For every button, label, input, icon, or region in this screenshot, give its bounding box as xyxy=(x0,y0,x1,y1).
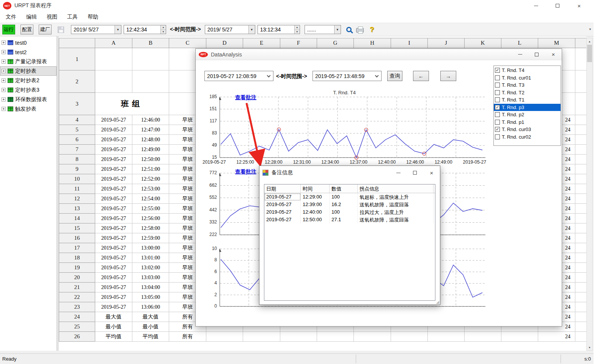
tree-item-定时抄表3[interactable]: +定时抄表3 xyxy=(0,85,57,95)
start-date-picker[interactable]: 2019/ 5/27 ▼ xyxy=(71,25,121,34)
sheet-cell[interactable] xyxy=(575,93,587,115)
row-header-16[interactable]: 16 xyxy=(59,233,95,243)
notes-title-bar[interactable]: 备注信息 × xyxy=(259,166,440,180)
expand-icon[interactable]: + xyxy=(2,97,6,102)
sheet-cell[interactable]: 12:46:00 xyxy=(132,115,169,125)
column-header-H[interactable]: H xyxy=(354,38,391,48)
end-date-picker[interactable]: 2019/ 5/27 ▼ xyxy=(205,25,255,34)
sheet-cell[interactable]: 13:01:00 xyxy=(132,253,169,263)
column-header-A[interactable]: A xyxy=(95,38,132,48)
note-cell[interactable]: 2019-05-27 xyxy=(264,216,301,223)
column-header-I[interactable]: I xyxy=(391,38,428,48)
row-header-5[interactable]: 5 xyxy=(59,125,95,135)
column-header-E[interactable]: E xyxy=(243,38,280,48)
sheet-cell[interactable]: 12:56:00 xyxy=(132,214,169,223)
sheet-cell[interactable]: 13:06:00 xyxy=(132,302,169,312)
column-header-K[interactable]: K xyxy=(465,38,501,48)
sheet-cell[interactable]: 12:54:00 xyxy=(132,194,169,204)
sheet-cell[interactable] xyxy=(575,145,587,155)
row-header-17[interactable]: 17 xyxy=(59,243,95,253)
factory-button[interactable]: 建厂 xyxy=(39,25,52,34)
sheet-cell[interactable] xyxy=(575,243,587,253)
run-button[interactable]: 运行 xyxy=(2,25,15,34)
sheet-cell[interactable] xyxy=(501,332,538,342)
sheet-cell[interactable] xyxy=(132,48,169,70)
spin-down-icon[interactable]: ▼ xyxy=(161,30,166,34)
row-header-14[interactable]: 14 xyxy=(59,214,95,223)
sheet-cell[interactable]: 最大值 xyxy=(132,312,169,322)
toolbar-overflow-button[interactable]: ▼ xyxy=(589,28,592,31)
tree-item-产量记录报表[interactable]: +产量记录报表 xyxy=(0,57,57,66)
sheet-cell[interactable]: 13:03:00 xyxy=(132,273,169,283)
row-header-15[interactable]: 15 xyxy=(59,223,95,233)
sheet-cell[interactable] xyxy=(575,135,587,145)
sheet-cell[interactable]: 平均值 xyxy=(95,332,132,342)
sheet-cell[interactable]: 12:55:00 xyxy=(132,204,169,214)
sheet-cell[interactable] xyxy=(354,332,391,342)
sheet-cell[interactable]: 13:00:00 xyxy=(132,243,169,253)
sheet-cell[interactable]: 最小值 xyxy=(132,322,169,332)
row-header-8[interactable]: 8 xyxy=(59,155,95,164)
note-cell[interactable]: 27.1 xyxy=(330,216,358,223)
sheet-cell[interactable] xyxy=(575,332,587,342)
sheet-cell[interactable]: 12:49:00 xyxy=(132,145,169,155)
menu-item-view[interactable]: 视图 xyxy=(42,12,62,22)
sheet-cell[interactable] xyxy=(575,322,587,332)
select-all-corner[interactable] xyxy=(59,38,95,48)
sheet-cell[interactable] xyxy=(575,184,587,194)
note-cell[interactable]: 12:39:00 xyxy=(301,201,330,208)
filter-combo[interactable]: ...... ▼ xyxy=(305,25,341,34)
menu-item-help[interactable]: 帮助 xyxy=(83,12,103,22)
column-header-C[interactable]: C xyxy=(169,38,206,48)
tree-item-test2[interactable]: +test2 xyxy=(0,47,57,57)
column-header-M[interactable]: M xyxy=(538,38,575,48)
row-header-1[interactable]: 1 xyxy=(59,48,95,70)
sheet-cell[interactable]: 2019-05-27 xyxy=(95,194,132,204)
column-header-F[interactable]: F xyxy=(280,38,317,48)
note-cell[interactable]: 拉风过大，温度上升 xyxy=(358,208,434,216)
sheet-cell[interactable] xyxy=(280,332,317,342)
expand-icon[interactable]: + xyxy=(2,88,6,92)
note-cell[interactable]: 100 xyxy=(330,208,358,216)
column-header-L[interactable]: L xyxy=(501,38,538,48)
sheet-cell[interactable] xyxy=(575,125,587,135)
note-cell[interactable]: 送氧机故障，温度回落 xyxy=(358,216,434,223)
sheet-cell[interactable]: 2019-05-27 xyxy=(95,184,132,194)
note-cell[interactable]: 12:50:00 xyxy=(301,216,330,223)
sheet-cell[interactable]: 2019-05-27 xyxy=(95,243,132,253)
dropdown-arrow-icon[interactable]: ▼ xyxy=(115,25,121,34)
group-header-cell[interactable]: 班组 xyxy=(95,93,169,115)
row-header-13[interactable]: 13 xyxy=(59,204,95,214)
column-header-D[interactable]: D xyxy=(206,38,243,48)
sheet-cell[interactable] xyxy=(317,332,354,342)
row-header-19[interactable]: 19 xyxy=(59,263,95,273)
vertical-scrollbar[interactable]: ▲ ▼ xyxy=(586,38,593,351)
sheet-cell[interactable] xyxy=(575,233,587,243)
note-cell[interactable]: 2019-05-27 xyxy=(264,201,301,208)
maximize-button[interactable] xyxy=(549,1,566,11)
sheet-cell[interactable]: 2019-05-27 xyxy=(95,155,132,164)
sheet-cell[interactable]: 12:47:00 xyxy=(132,125,169,135)
tree-item-触发抄表[interactable]: +触发抄表 xyxy=(0,104,57,114)
sheet-cell[interactable] xyxy=(243,332,280,342)
close-button[interactable]: × xyxy=(571,1,587,11)
row-header-24[interactable]: 24 xyxy=(59,312,95,322)
sheet-cell[interactable] xyxy=(575,115,587,125)
scroll-up-icon[interactable]: ▲ xyxy=(587,38,592,44)
note-cell[interactable]: 16.2 xyxy=(330,201,358,208)
row-header-21[interactable]: 21 xyxy=(59,283,95,292)
note-cell[interactable]: 100 xyxy=(330,193,358,201)
expand-icon[interactable]: + xyxy=(2,107,6,111)
row-header-9[interactable]: 9 xyxy=(59,164,95,174)
sheet-cell[interactable] xyxy=(575,292,587,302)
row-header-6[interactable]: 6 xyxy=(59,135,95,145)
menu-item-file[interactable]: 文件 xyxy=(1,12,21,22)
sheet-cell[interactable] xyxy=(465,332,501,342)
menu-item-tools[interactable]: 工具 xyxy=(62,12,83,22)
sheet-cell[interactable]: 24 xyxy=(538,332,575,342)
row-header-2[interactable]: 2 xyxy=(59,70,95,93)
end-time-spinner[interactable]: 13:12:34 ▲▼ xyxy=(258,25,300,34)
expand-icon[interactable]: + xyxy=(2,78,6,83)
spin-up-icon[interactable]: ▲ xyxy=(295,25,300,30)
column-header-J[interactable]: J xyxy=(428,38,465,48)
